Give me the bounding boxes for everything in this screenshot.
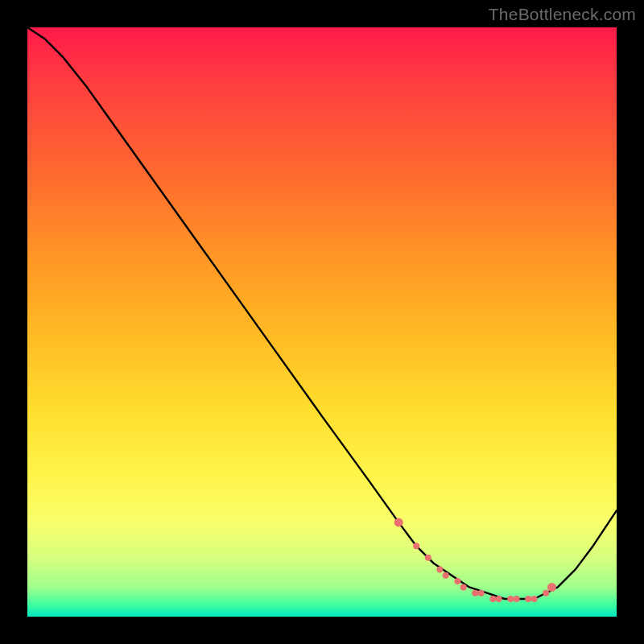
marker-dot (472, 590, 478, 597)
marker-dot (478, 590, 485, 597)
marker-dot (547, 583, 556, 592)
marker-dot (436, 566, 443, 572)
marker-dot (514, 596, 520, 602)
chart-svg (27, 27, 617, 617)
chart-gradient-plot (27, 27, 617, 617)
marker-dot (443, 572, 449, 579)
curve-layer (27, 27, 617, 599)
marker-dot (460, 584, 467, 590)
marker-dot (543, 590, 549, 597)
chart-frame: TheBottleneck.com (0, 0, 644, 644)
marker-dot (531, 596, 538, 602)
bottleneck-curve (27, 27, 617, 599)
marker-dot (394, 518, 403, 526)
marker-dot (489, 596, 496, 602)
marker-dot (507, 596, 514, 602)
watermark-text: TheBottleneck.com (489, 5, 636, 24)
marker-dot (525, 596, 531, 602)
marker-dot (454, 578, 460, 584)
marker-dot (413, 543, 419, 549)
marker-dot (425, 555, 431, 561)
marker-dot (496, 596, 502, 602)
